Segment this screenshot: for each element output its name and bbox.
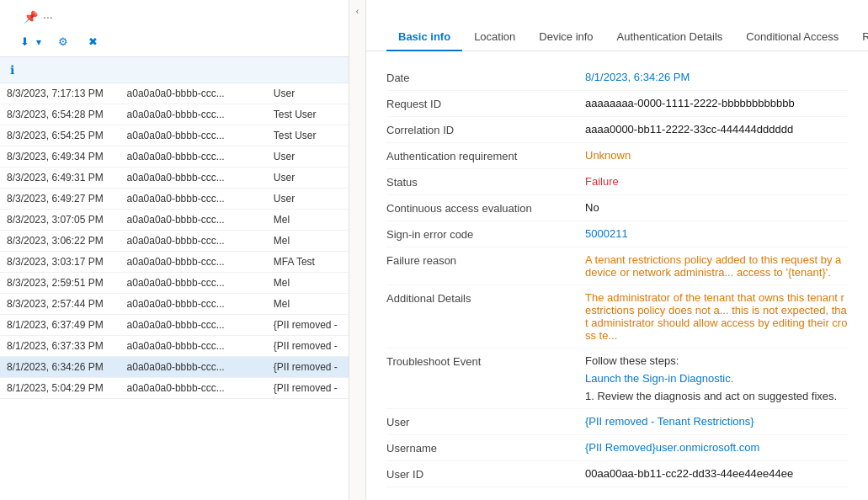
log-id: a0a0a0a0-bbbb-ccc... — [120, 189, 267, 210]
table-row[interactable]: 8/3/2023, 3:07:05 PM a0a0a0a0-bbbb-ccc..… — [0, 210, 349, 231]
log-user: Test User — [267, 125, 349, 146]
download-chevron-icon: ▾ — [36, 36, 41, 48]
tabs-bar: Basic infoLocationDevice infoAuthenticat… — [366, 24, 868, 51]
export-button[interactable]: ⚙ — [51, 32, 78, 51]
info-bar: ℹ — [0, 57, 349, 83]
table-row[interactable]: 8/1/2023, 5:04:29 PM a0a0a0a0-bbbb-ccc..… — [0, 378, 349, 399]
log-date: 8/3/2023, 7:17:13 PM — [0, 83, 120, 104]
detail-field-label: Username — [386, 441, 572, 455]
log-user: {PII removed - — [267, 378, 349, 399]
tab-device-info[interactable]: Device info — [527, 24, 604, 51]
detail-field-label: User ID — [386, 467, 572, 481]
table-row[interactable]: 8/3/2023, 3:03:17 PM a0a0a0a0-bbbb-ccc..… — [0, 252, 349, 273]
detail-content[interactable]: Date8/1/2023, 6:34:26 PMRequest IDaaaaaa… — [366, 51, 868, 500]
log-user: MFA Test — [267, 252, 349, 273]
log-date: 8/3/2023, 3:06:22 PM — [0, 231, 120, 252]
log-user: User — [267, 168, 349, 189]
detail-field-value: Failure — [585, 175, 848, 188]
log-date: 8/3/2023, 2:57:44 PM — [0, 294, 120, 315]
table-row[interactable]: 8/3/2023, 6:54:28 PM a0a0a0a0-bbbb-ccc..… — [0, 104, 349, 125]
detail-field-value: 8/1/2023, 6:34:26 PM — [585, 71, 848, 83]
detail-row: Correlation IDaaaa0000-bb11-2222-33cc-44… — [386, 117, 848, 143]
log-table: 8/3/2023, 7:17:13 PM a0a0a0a0-bbbb-ccc..… — [0, 83, 349, 399]
log-user: Mel — [267, 294, 349, 315]
log-user: Mel — [267, 231, 349, 252]
detail-field-label: Troubleshoot Event — [386, 354, 572, 368]
detail-row: Sign-in error code5000211 — [386, 221, 848, 247]
detail-field-label: Sign-in error code — [386, 227, 572, 241]
log-date: 8/3/2023, 6:54:25 PM — [0, 125, 120, 146]
log-user: User — [267, 83, 349, 104]
table-row[interactable]: 8/3/2023, 7:17:13 PM a0a0a0a0-bbbb-ccc..… — [0, 83, 349, 104]
log-date: 8/3/2023, 3:03:17 PM — [0, 252, 120, 273]
detail-row: Continuous access evaluationNo — [386, 195, 848, 221]
log-date: 8/3/2023, 2:59:51 PM — [0, 273, 120, 294]
follow-steps-text: Follow these steps: — [585, 354, 848, 367]
detail-field-label: Date — [386, 71, 572, 84]
detail-field-value: Follow these steps: Launch the Sign-in D… — [585, 354, 848, 402]
detail-field-label: Continuous access evaluation — [386, 201, 572, 215]
tab-authentication-details[interactable]: Authentication Details — [605, 24, 735, 51]
log-id: a0a0a0a0-bbbb-ccc... — [120, 125, 267, 146]
table-row[interactable]: 8/1/2023, 6:37:49 PM a0a0a0a0-bbbb-ccc..… — [0, 315, 349, 336]
table-row[interactable]: 8/3/2023, 2:59:51 PM a0a0a0a0-bbbb-ccc..… — [0, 273, 349, 294]
detail-field-value: No — [585, 201, 848, 214]
log-date: 8/1/2023, 6:34:26 PM — [0, 357, 120, 378]
log-user: Mel — [267, 210, 349, 231]
log-id: a0a0a0a0-bbbb-ccc... — [120, 357, 267, 378]
log-date: 8/1/2023, 6:37:33 PM — [0, 336, 120, 357]
table-row[interactable]: 8/3/2023, 6:49:34 PM a0a0a0a0-bbbb-ccc..… — [0, 146, 349, 168]
log-scroll[interactable]: 8/3/2023, 7:17:13 PM a0a0a0a0-bbbb-ccc..… — [0, 83, 349, 500]
log-user: Mel — [267, 273, 349, 294]
log-user: {PII removed - — [267, 315, 349, 336]
detail-field-value: 5000211 — [585, 227, 848, 240]
table-row[interactable]: 8/3/2023, 2:57:44 PM a0a0a0a0-bbbb-ccc..… — [0, 294, 349, 315]
log-date: 8/3/2023, 6:49:27 PM — [0, 189, 120, 210]
detail-field-value: The administrator of the tenant that own… — [585, 291, 848, 342]
detail-field-label: User — [386, 415, 572, 428]
download-button[interactable]: ⬇ ▾ — [13, 32, 48, 51]
log-id: a0a0a0a0-bbbb-ccc... — [120, 294, 267, 315]
detail-row: User{PII removed - Tenant Restrictions} — [386, 409, 848, 435]
pin-icon[interactable]: 📌 — [24, 10, 38, 24]
detail-field-label: Status — [386, 175, 572, 189]
log-id: a0a0a0a0-bbbb-ccc... — [120, 168, 267, 189]
tab-location[interactable]: Location — [462, 24, 527, 51]
table-row[interactable]: 8/3/2023, 6:49:27 PM a0a0a0a0-bbbb-ccc..… — [0, 189, 349, 210]
detail-field-label: Authentication requirement — [386, 149, 572, 162]
right-panel: Basic infoLocationDevice infoAuthenticat… — [366, 0, 868, 500]
log-user: User — [267, 146, 349, 168]
log-id: a0a0a0a0-bbbb-ccc... — [120, 273, 267, 294]
log-date: 8/1/2023, 6:37:49 PM — [0, 315, 120, 336]
table-row[interactable]: 8/3/2023, 6:49:31 PM a0a0a0a0-bbbb-ccc..… — [0, 168, 349, 189]
detail-field-value: {PII Removed}user.onmicrosoft.com — [585, 441, 848, 454]
toolbar: ⬇ ▾ ⚙ ✖ — [0, 29, 349, 57]
log-user: {PII removed - — [267, 336, 349, 357]
log-id: a0a0a0a0-bbbb-ccc... — [120, 231, 267, 252]
tab-report-only[interactable]: Report-only — [850, 24, 868, 51]
log-user: {PII removed - — [267, 357, 349, 378]
tab-basic-info[interactable]: Basic info — [386, 24, 462, 51]
log-id: a0a0a0a0-bbbb-ccc... — [120, 210, 267, 231]
download-icon: ⬇ — [20, 35, 29, 48]
detail-row: User ID00aa00aa-bb11-cc22-dd33-44ee44ee4… — [386, 461, 848, 487]
table-row[interactable]: 8/3/2023, 3:06:22 PM a0a0a0a0-bbbb-ccc..… — [0, 231, 349, 252]
collapse-button[interactable]: ‹ — [349, 0, 366, 500]
detail-row: Request IDaaaaaaaa-0000-1111-2222-bbbbbb… — [386, 91, 848, 117]
detail-field-value: 00aa00aa-bb11-cc22-dd33-44ee44ee44ee — [585, 467, 848, 480]
detail-row: Date8/1/2023, 6:34:26 PM — [386, 65, 848, 91]
more-icon[interactable]: ··· — [43, 10, 53, 24]
table-row[interactable]: 8/3/2023, 6:54:25 PM a0a0a0a0-bbbb-ccc..… — [0, 125, 349, 146]
table-row[interactable]: 8/1/2023, 6:37:33 PM a0a0a0a0-bbbb-ccc..… — [0, 336, 349, 357]
detail-field-value: aaaaaaaa-0000-1111-2222-bbbbbbbbbbbb — [585, 97, 848, 109]
left-panel: 📌 ··· ⬇ ▾ ⚙ ✖ ℹ 8/3/2023, 7:17:13 PM a0a… — [0, 0, 349, 500]
tab-conditional-access[interactable]: Conditional Access — [734, 24, 850, 51]
log-user: Test User — [267, 104, 349, 125]
table-row[interactable]: 8/1/2023, 6:34:26 PM a0a0a0a0-bbbb-ccc..… — [0, 357, 349, 378]
detail-row: Troubleshoot Event Follow these steps: L… — [386, 348, 848, 409]
troubleshoot-button[interactable]: ✖ — [82, 32, 108, 51]
detail-row: Username{PII Removed}user.onmicrosoft.co… — [386, 435, 848, 461]
launch-diagnostic-link[interactable]: Launch the Sign-in Diagnostic. — [585, 372, 848, 385]
log-id: a0a0a0a0-bbbb-ccc... — [120, 252, 267, 273]
detail-field-value: aaaa0000-bb11-2222-33cc-444444dddddd — [585, 123, 848, 136]
